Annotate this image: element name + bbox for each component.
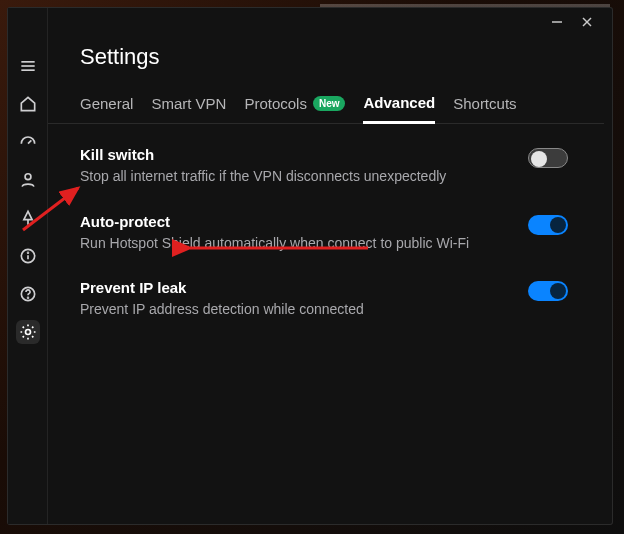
tab-smartvpn[interactable]: Smart VPN (151, 89, 226, 122)
toggle-knob (550, 283, 566, 299)
sidebar-item-help[interactable] (16, 282, 40, 306)
sidebar-item-info[interactable] (16, 244, 40, 268)
tab-label: Protocols (244, 95, 307, 112)
close-button[interactable] (580, 15, 594, 29)
tab-label: Shortcuts (453, 95, 516, 112)
options-list: Kill switch Stop all internet traffic if… (48, 124, 604, 320)
toggle-knob (531, 151, 547, 167)
svg-point-11 (25, 330, 30, 335)
info-icon (18, 246, 38, 266)
person-icon (18, 170, 38, 190)
new-badge: New (313, 96, 346, 111)
toggle-auto-protect[interactable] (528, 215, 568, 235)
tab-label: Advanced (363, 94, 435, 111)
toggle-kill-switch[interactable] (528, 148, 568, 168)
svg-line-3 (28, 140, 31, 143)
svg-point-10 (27, 297, 28, 298)
menu-icon (18, 56, 38, 76)
tabs: General Smart VPN Protocols New Advanced… (48, 88, 604, 124)
svg-point-8 (27, 252, 28, 253)
option-label: Auto-protect (80, 213, 514, 230)
help-icon (18, 284, 38, 304)
svg-point-4 (25, 174, 31, 180)
speed-icon (18, 132, 38, 152)
option-label: Kill switch (80, 146, 514, 163)
option-desc: Prevent IP address detection while conne… (80, 300, 514, 320)
sidebar-item-menu[interactable] (16, 54, 40, 78)
tab-label: General (80, 95, 133, 112)
option-label: Prevent IP leak (80, 279, 514, 296)
sidebar (8, 8, 48, 524)
option-auto-protect: Auto-protect Run Hotspot Shield automati… (80, 213, 568, 254)
tab-label: Smart VPN (151, 95, 226, 112)
app-window: Settings General Smart VPN Protocols New… (8, 8, 612, 524)
option-prevent-ip-leak: Prevent IP leak Prevent IP address detec… (80, 279, 568, 320)
gear-icon (18, 322, 38, 342)
home-icon (18, 94, 38, 114)
activity-icon (18, 208, 38, 228)
minimize-icon (550, 15, 564, 29)
page-title: Settings (48, 36, 604, 88)
tab-advanced[interactable]: Advanced (363, 88, 435, 124)
toggle-prevent-ip-leak[interactable] (528, 281, 568, 301)
tab-general[interactable]: General (80, 89, 133, 122)
sidebar-item-settings[interactable] (16, 320, 40, 344)
minimize-button[interactable] (550, 15, 564, 29)
sidebar-item-home[interactable] (16, 92, 40, 116)
option-desc: Run Hotspot Shield automatically when co… (80, 234, 514, 254)
tab-protocols[interactable]: Protocols New (244, 89, 345, 122)
tab-shortcuts[interactable]: Shortcuts (453, 89, 516, 122)
option-desc: Stop all internet traffic if the VPN dis… (80, 167, 514, 187)
sidebar-item-activity[interactable] (16, 206, 40, 230)
sidebar-item-account[interactable] (16, 168, 40, 192)
titlebar (48, 8, 604, 36)
toggle-knob (550, 217, 566, 233)
close-icon (580, 15, 594, 29)
option-kill-switch: Kill switch Stop all internet traffic if… (80, 146, 568, 187)
main-panel: Settings General Smart VPN Protocols New… (48, 8, 612, 524)
sidebar-item-speed[interactable] (16, 130, 40, 154)
